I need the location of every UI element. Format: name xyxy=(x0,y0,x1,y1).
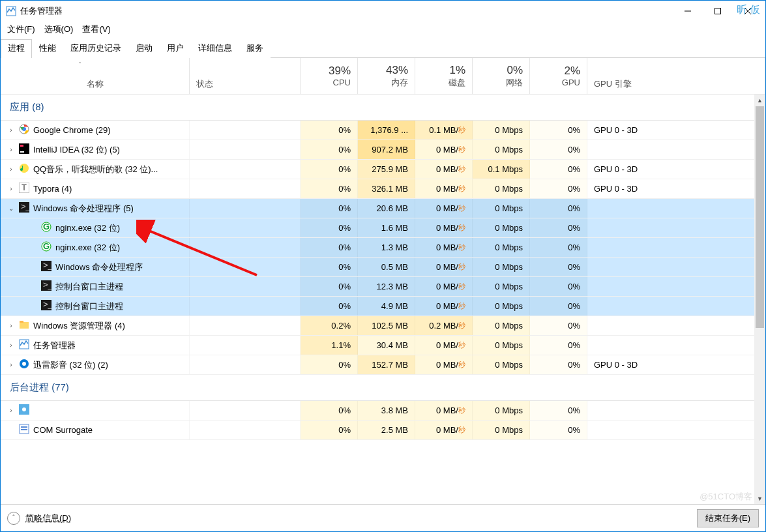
maximize-button[interactable] xyxy=(703,1,733,22)
cell-name: › IntelliJ IDEA (32 位) (5) xyxy=(1,140,190,159)
process-row[interactable]: G nginx.exe (32 位) 0% 1.3 MB 0 MB/秒 0 Mb… xyxy=(1,238,765,258)
tab-5[interactable]: 详细信息 xyxy=(191,39,239,58)
cell-network: 0 Mbps xyxy=(473,140,530,159)
minimize-button[interactable] xyxy=(673,1,703,22)
cell-name: >_ 控制台窗口主进程 xyxy=(1,297,190,316)
col-cpu[interactable]: 39%CPU xyxy=(301,58,358,94)
col-memory[interactable]: 43%内存 xyxy=(358,58,415,94)
close-button[interactable] xyxy=(733,1,763,22)
end-task-button[interactable]: 结束任务(E) xyxy=(697,509,759,527)
cell-name: ⌄ >_ Windows 命令处理程序 (5) xyxy=(1,199,190,218)
process-row[interactable]: >_ 控制台窗口主进程 0% 4.9 MB 0 MB/秒 0 Mbps 0% xyxy=(1,297,765,316)
cell-gpu-engine xyxy=(587,316,765,335)
cell-memory: 152.7 MB xyxy=(358,355,415,374)
scroll-up-icon[interactable]: ▲ xyxy=(754,95,765,106)
process-name: Windows 资源管理器 (4) xyxy=(33,320,125,332)
cell-state xyxy=(190,179,301,198)
expand-icon[interactable]: › xyxy=(7,407,15,414)
cell-gpu-engine: GPU 0 - 3D xyxy=(587,179,765,198)
col-state[interactable]: 状态 xyxy=(190,58,301,94)
menubar: 文件(F) 选项(O) 查看(V) xyxy=(1,22,765,37)
expand-icon[interactable]: › xyxy=(7,342,15,349)
process-row[interactable]: >_ Windows 命令处理程序 0% 0.5 MB 0 MB/秒 0 Mbp… xyxy=(1,258,765,277)
col-gpu[interactable]: 2%GPU xyxy=(530,58,587,94)
expand-icon[interactable]: › xyxy=(7,146,15,153)
menu-view[interactable]: 查看(V) xyxy=(82,23,110,35)
process-row[interactable]: › IntelliJ IDEA (32 位) (5) 0% 907.2 MB 0… xyxy=(1,140,765,160)
nginx-icon: G xyxy=(41,222,52,234)
col-network[interactable]: 0%网络 xyxy=(473,58,530,94)
expand-icon[interactable]: › xyxy=(7,185,15,192)
expand-icon[interactable]: › xyxy=(7,322,15,329)
cell-network: 0 Mbps xyxy=(473,199,530,218)
cell-gpu: 0% xyxy=(530,179,587,198)
cell-gpu-engine xyxy=(587,199,765,218)
tab-1[interactable]: 性能 xyxy=(32,39,63,58)
cell-name: COM Surrogate xyxy=(1,421,190,439)
col-disk[interactable]: 1%磁盘 xyxy=(415,58,473,94)
process-row[interactable]: >_ 控制台窗口主进程 0% 12.3 MB 0 MB/秒 0 Mbps 0% xyxy=(1,277,765,297)
process-list[interactable]: 应用 (8) › Google Chrome (29) 0% 1,376.9 .… xyxy=(1,95,765,504)
svg-text:T: T xyxy=(22,183,27,192)
xunlei-icon xyxy=(19,359,29,371)
cell-gpu: 0% xyxy=(530,277,587,296)
expand-icon[interactable]: ⌄ xyxy=(7,205,15,212)
cell-disk: 0 MB/秒 xyxy=(415,355,473,374)
col-gpu-engine[interactable]: GPU 引擎 xyxy=(587,58,765,94)
window-title: 任务管理器 xyxy=(20,5,63,17)
tab-4[interactable]: 用户 xyxy=(160,39,191,58)
intellij-icon xyxy=(19,143,29,156)
tab-0[interactable]: 进程 xyxy=(1,39,32,58)
section-background: 后台进程 (77) xyxy=(1,375,765,401)
process-row[interactable]: COM Surrogate 0% 2.5 MB 0 MB/秒 0 Mbps 0% xyxy=(1,421,765,440)
col-name[interactable]: ˆ 名称 xyxy=(1,58,190,94)
cell-gpu: 0% xyxy=(530,238,587,257)
tab-3[interactable]: 启动 xyxy=(128,39,160,58)
process-row[interactable]: › 任务管理器 1.1% 30.4 MB 0 MB/秒 0 Mbps 0% xyxy=(1,336,765,355)
process-name: 控制台窗口主进程 xyxy=(55,281,123,293)
column-headers: ˆ 名称 状态 39%CPU 43%内存 1%磁盘 0%网络 2%GPU GPU… xyxy=(1,58,765,95)
cell-cpu: 1.1% xyxy=(301,336,358,355)
expand-icon[interactable]: › xyxy=(7,361,15,368)
cell-name: › Windows 资源管理器 (4) xyxy=(1,316,190,335)
process-row[interactable]: › Google Chrome (29) 0% 1,376.9 ... 0.1 … xyxy=(1,121,765,140)
footer: ˆ 简略信息(D) 结束任务(E) xyxy=(1,504,765,531)
cmd-icon: >_ xyxy=(41,261,52,273)
cell-memory: 30.4 MB xyxy=(358,336,415,355)
tab-2[interactable]: 应用历史记录 xyxy=(63,39,128,58)
process-row[interactable]: › 迅雷影音 (32 位) (2) 0% 152.7 MB 0 MB/秒 0 M… xyxy=(1,355,765,375)
process-row[interactable]: › Windows 资源管理器 (4) 0.2% 102.5 MB 0.2 MB… xyxy=(1,316,765,336)
expand-icon[interactable]: › xyxy=(7,166,15,173)
menu-file[interactable]: 文件(F) xyxy=(7,23,35,35)
scrollbar-thumb[interactable] xyxy=(756,106,764,328)
scrollbar[interactable]: ▲ ▼ xyxy=(754,95,765,504)
cell-disk: 0 MB/秒 xyxy=(415,140,473,159)
cell-gpu: 0% xyxy=(530,160,587,179)
cell-network: 0 Mbps xyxy=(473,179,530,198)
cell-disk: 0 MB/秒 xyxy=(415,277,473,296)
scroll-down-icon[interactable]: ▼ xyxy=(754,493,765,504)
cell-network: 0 Mbps xyxy=(473,297,530,316)
process-row[interactable]: ⌄ >_ Windows 命令处理程序 (5) 0% 20.6 MB 0 MB/… xyxy=(1,199,765,218)
fewer-details-icon[interactable]: ˆ xyxy=(7,512,20,525)
process-row[interactable]: › QQ音乐，听我想听的歌 (32 位)... 0% 275.9 MB 0 MB… xyxy=(1,160,765,179)
tab-6[interactable]: 服务 xyxy=(239,39,271,58)
cell-name: › 迅雷影音 (32 位) (2) xyxy=(1,355,190,374)
expand-icon[interactable]: › xyxy=(7,126,15,134)
cell-gpu-engine xyxy=(587,218,765,237)
section-apps: 应用 (8) xyxy=(1,95,765,121)
cell-memory: 0.5 MB xyxy=(358,258,415,276)
cell-disk: 0 MB/秒 xyxy=(415,401,473,420)
process-row[interactable]: › 0% 3.8 MB 0 MB/秒 0 Mbps 0% xyxy=(1,401,765,421)
process-row[interactable]: G nginx.exe (32 位) 0% 1.6 MB 0 MB/秒 0 Mb… xyxy=(1,218,765,238)
cell-memory: 1.6 MB xyxy=(358,218,415,237)
menu-options[interactable]: 选项(O) xyxy=(44,23,74,35)
cell-memory: 4.9 MB xyxy=(358,297,415,316)
cell-memory: 3.8 MB xyxy=(358,401,415,420)
cell-memory: 326.1 MB xyxy=(358,179,415,198)
process-name: 控制台窗口主进程 xyxy=(55,301,123,312)
process-row[interactable]: › T Typora (4) 0% 326.1 MB 0 MB/秒 0 Mbps… xyxy=(1,179,765,199)
process-name: Typora (4) xyxy=(33,184,72,194)
fewer-details-link[interactable]: 简略信息(D) xyxy=(25,512,71,524)
cell-cpu: 0% xyxy=(301,297,358,316)
